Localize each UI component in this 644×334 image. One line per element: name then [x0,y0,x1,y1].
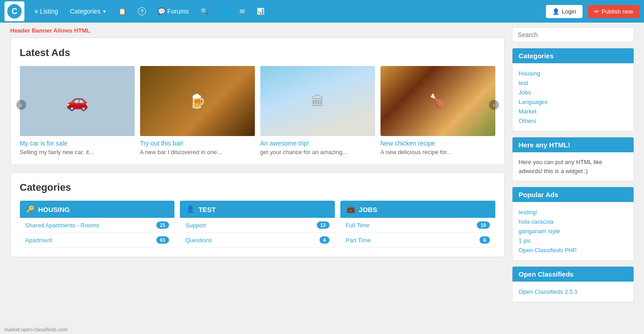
publish-new-button[interactable]: ✏ Publish new [588,5,639,18]
cat-header-icon-jobs: 💼 [347,205,355,213]
site-logo[interactable]: C [5,1,24,21]
header-banner: Header Banner Allows HTML [10,27,505,34]
latest-ads-title: Latest Ads [20,47,495,59]
ad-card-title[interactable]: An awesome trip! [260,140,375,147]
help-icon: ? [138,7,146,15]
popular-ad-link-ganganam[interactable]: ganganam style [519,226,627,236]
ad-card-desc: Selling my fairly new car, it... [20,149,135,155]
cat-item-link[interactable]: Full Time [346,222,370,229]
ad-card-desc: A new delicious recipe for... [381,149,495,155]
sidebar-widget-categories: Categories Housing test Jobs Languages M… [512,48,634,132]
carousel-next-button[interactable]: › [489,100,499,110]
ad-card[interactable]: 🍺 Try out this bar! A new bar I discover… [140,66,255,155]
sidebar: Categories Housing test Jobs Languages M… [512,27,634,308]
nav-forums[interactable]: 💬 Forums [153,5,193,18]
navbar: C ≡ Listing Categories ▼ 📋 ? 💬 Forums 🔍 … [0,0,644,23]
search-icon: 🔍 [201,8,208,15]
sidebar-category-link-test[interactable]: test [519,78,627,88]
cat-item[interactable]: Support 12 [180,218,335,233]
widget-header-openclassifieds: Open Classifieds [512,267,634,282]
sidebar-category-link-others[interactable]: Others [519,116,627,126]
cat-item-badge: 61 [156,236,169,244]
nav-categories[interactable]: Categories ▼ [66,5,112,18]
list-icon: ≡ [34,8,38,15]
cat-item[interactable]: Part Time 6 [340,233,495,248]
cat-header-jobs: 💼 JOBS [340,201,495,218]
sidebar-category-link-housing[interactable]: Housing [519,69,627,78]
sidebar-widget-html: Here any HTML! Here you can put any HTML… [512,137,634,181]
pencil-icon: ✏ [594,8,599,15]
popular-ad-link-1pic[interactable]: 1 pic [519,236,627,245]
cat-item-link[interactable]: Questions [185,237,212,244]
cat-item-badge: 4 [320,236,329,244]
cat-item-badge: 10 [477,221,489,229]
cat-item-link[interactable]: Shared Apartments - Rooms [25,222,99,229]
cat-item-link[interactable]: Apartment [25,237,52,244]
nav-pages[interactable]: 📋 [114,5,131,18]
cat-item[interactable]: Full Time 10 [340,218,495,233]
pages-icon: 📋 [118,8,126,15]
ad-card-title[interactable]: New chicken recipe [381,140,495,147]
ad-card-desc: A new bar I discovered in one... [140,149,255,155]
mail-icon: ✉ [240,8,245,15]
cat-item[interactable]: Questions 4 [180,233,335,248]
widget-body-popular: testing! hola caracola ganganam style 1 … [512,202,634,260]
category-column-housing: 🔑 HOUSING Shared Apartments - Rooms 21 A… [20,201,175,248]
ad-card[interactable]: 🍗 New chicken recipe A new delicious rec… [381,66,495,155]
cat-header-icon-housing: 🔑 [26,205,35,213]
sidebar-widget-popular: Popular Ads testing! hola caracola ganga… [512,187,634,261]
ad-card-title[interactable]: My car is for sale [20,140,135,147]
cat-header-label-test: TEST [198,206,216,213]
cat-item-badge: 21 [156,221,169,229]
ads-grid: ‹ 🚗 My car is for sale Selling my fairly… [20,66,495,155]
cat-item-link[interactable]: Part Time [346,237,371,244]
nav-listing[interactable]: ≡ Listing [30,5,63,18]
widget-header-categories: Categories [512,48,634,63]
nav-help[interactable]: ? [133,5,150,18]
chevron-down-icon: ▼ [102,9,107,14]
latest-ads-section: Latest Ads ‹ 🚗 My car is for sale Sellin… [10,38,505,165]
cat-item[interactable]: Shared Apartments - Rooms 21 [20,218,175,233]
cat-header-label-housing: HOUSING [38,206,70,213]
forum-icon: 💬 [158,8,165,15]
ad-card-desc: get your chance for an amazing... [260,149,375,155]
cat-item-link[interactable]: Support [185,222,206,229]
cat-header-icon-test: 👤 [186,205,195,213]
search-input[interactable] [512,27,634,42]
logo-letter: C [7,4,22,19]
widget-text-html: Here you can put any HTML like adwords! … [519,158,627,175]
ad-card[interactable]: 🚗 My car is for sale Selling my fairly n… [20,66,135,155]
widget-header-popular: Popular Ads [512,187,634,202]
ad-card[interactable]: 🏛 An awesome trip! get your chance for a… [260,66,375,155]
categories-grid: 🔑 HOUSING Shared Apartments - Rooms 21 A… [20,201,495,248]
ad-card-image: 🍗 [381,66,495,136]
ad-card-image: 🏛 [260,66,375,136]
popular-ad-link-testing[interactable]: testing! [519,207,627,217]
chart-icon: 📊 [257,8,264,15]
nav-search[interactable]: 🔍 [196,5,213,18]
categories-section: Categories 🔑 HOUSING Shared Apartments -… [10,172,505,257]
sidebar-search-container [512,27,634,42]
nav-mail[interactable]: ✉ [235,5,249,18]
ad-card-image: 🚗 [20,66,135,136]
popular-ad-link-openclassifieds[interactable]: Open Classifieds PHP [519,245,627,255]
widget-body-categories: Housing test Jobs Languages Market Other… [512,63,634,131]
nav-chart[interactable]: 📊 [252,5,269,18]
ad-card-image: 🍺 [140,66,255,136]
category-column-jobs: 💼 JOBS Full Time 10 Part Time 6 [340,201,495,248]
sidebar-category-link-jobs[interactable]: Jobs [519,88,627,97]
login-button[interactable]: 👤 Login [546,5,583,18]
nav-globe[interactable]: 🌐 [216,5,232,18]
sidebar-category-link-languages[interactable]: Languages [519,97,627,107]
popular-ad-link-hola[interactable]: hola caracola [519,217,627,226]
ad-card-title[interactable]: Try out this bar! [140,140,255,147]
sidebar-widget-openclassifieds: Open Classifieds Open Classifieds 2.5.1 [512,266,634,302]
openclassifieds-version-link[interactable]: Open Classifieds 2.5.1 [519,287,627,296]
widget-header-html: Here any HTML! [512,137,634,152]
cat-item-badge: 12 [317,221,329,229]
carousel-prev-button[interactable]: ‹ [16,100,26,110]
cat-item[interactable]: Apartment 61 [20,233,175,248]
widget-body-openclassifieds: Open Classifieds 2.5.1 [512,282,634,302]
sidebar-category-link-market[interactable]: Market [519,107,627,116]
user-icon: 👤 [552,8,559,15]
